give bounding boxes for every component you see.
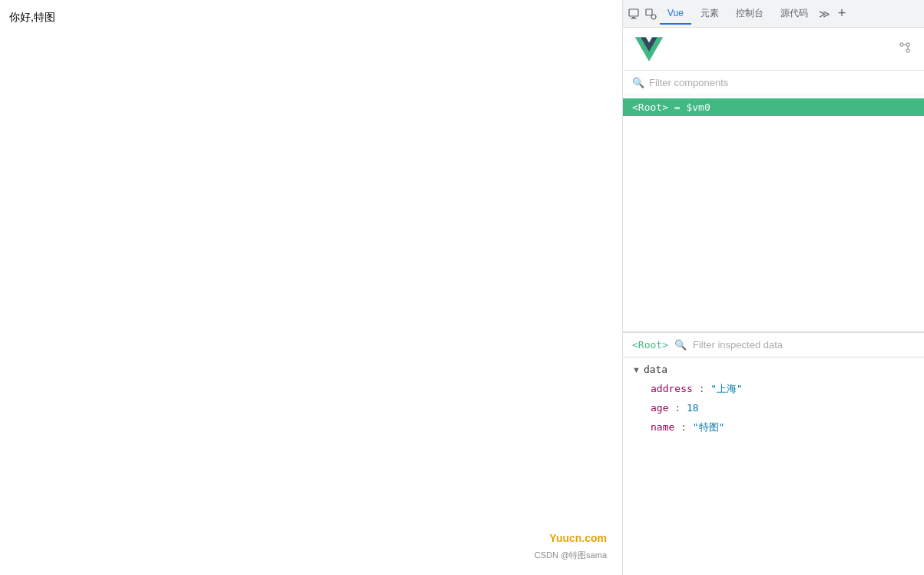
vue-header (623, 28, 924, 71)
data-property-name: name : "特图" (632, 418, 915, 437)
inspector-filter-input[interactable] (693, 339, 915, 351)
data-section-header[interactable]: ▼ data (632, 364, 915, 375)
tab-device-icon[interactable] (626, 6, 641, 22)
data-section: ▼ data address : "上海" age : 18 na (632, 364, 915, 437)
vue-logo (635, 35, 663, 63)
inspector-header: <Root> 🔍 (623, 333, 924, 357)
page-greeting: 你好,特图 (0, 0, 622, 35)
inspector-root-tag: <Root> (632, 339, 668, 351)
svg-point-5 (900, 43, 903, 46)
components-filter-input[interactable] (649, 77, 915, 88)
components-filter-bar: 🔍 (623, 71, 924, 95)
vue-settings-icon[interactable] (898, 41, 912, 58)
tab-sources[interactable]: 源代码 (773, 3, 816, 25)
svg-point-6 (906, 49, 909, 52)
tab-more-button[interactable]: ≫ (817, 6, 833, 22)
collapse-arrow-icon: ▼ (632, 365, 641, 374)
tab-add-button[interactable]: + (834, 6, 849, 22)
vue-devtools: 🔍 <Root> = $vm0 <Root> 🔍 (623, 28, 924, 575)
component-tree: <Root> = $vm0 (623, 95, 924, 331)
tab-elements[interactable]: 元素 (693, 3, 727, 25)
svg-rect-0 (629, 9, 638, 16)
components-section: 🔍 <Root> = $vm0 (623, 71, 924, 332)
page-area: 你好,特图 Yuucn.com CSDN @特图sama (0, 0, 622, 575)
watermark-brand: Yuucn.com (549, 532, 607, 544)
tab-select-icon[interactable] (643, 6, 658, 22)
tab-vue[interactable]: Vue (660, 3, 691, 25)
watermark-author: CSDN @特图sama (535, 550, 607, 561)
svg-rect-3 (646, 9, 652, 15)
component-root-item[interactable]: <Root> = $vm0 (623, 98, 924, 116)
devtools-panel: Vue 元素 控制台 源代码 ≫ + (622, 0, 924, 575)
inspector-body: ▼ data address : "上海" age : 18 na (623, 357, 924, 575)
svg-point-4 (651, 15, 656, 19)
prop-key-address: address (651, 383, 693, 394)
svg-rect-1 (632, 17, 635, 18)
prop-key-age: age (651, 402, 668, 414)
prop-value-age: 18 (687, 402, 699, 414)
prop-value-address: "上海" (710, 383, 743, 394)
component-root-label: <Root> = $vm0 (632, 101, 710, 113)
inspector-section: <Root> 🔍 ▼ data address : "上海" (623, 333, 924, 575)
svg-rect-2 (631, 18, 637, 18)
devtools-tabbar: Vue 元素 控制台 源代码 ≫ + (623, 0, 924, 28)
prop-key-name: name (651, 421, 674, 433)
tab-console[interactable]: 控制台 (728, 3, 771, 25)
filter-search-icon: 🔍 (632, 77, 644, 88)
data-section-label: data (644, 364, 667, 375)
prop-value-name: "特图" (693, 421, 725, 433)
inspector-search-icon: 🔍 (674, 339, 687, 351)
svg-point-7 (906, 43, 909, 46)
data-property-address: address : "上海" (632, 380, 915, 399)
data-property-age: age : 18 (632, 399, 915, 418)
